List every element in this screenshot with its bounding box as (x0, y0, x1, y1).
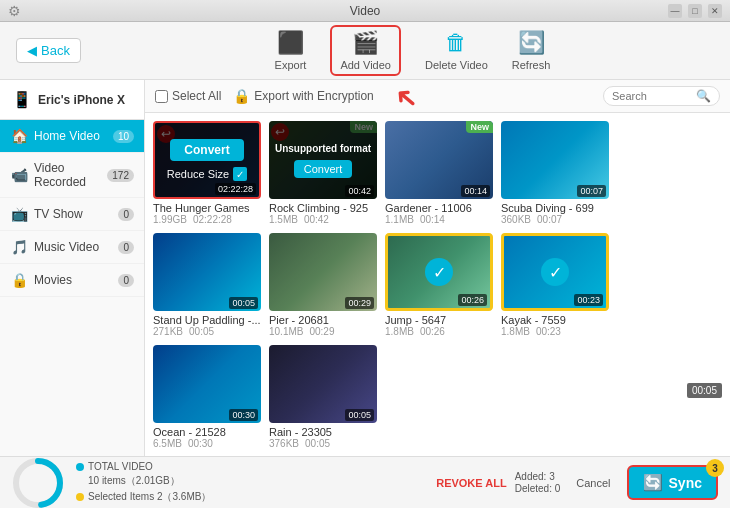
selected-dot (76, 493, 84, 501)
duration-badge: 00:23 (574, 294, 603, 306)
added-deleted-info: Added: 3 Deleted: 0 (515, 471, 561, 494)
video-name: Jump - 5647 (385, 314, 493, 326)
added-count: Added: 3 (515, 471, 561, 482)
bottom-right-duration: 00:05 (687, 383, 722, 398)
select-all-checkbox[interactable] (155, 90, 168, 103)
video-item-kayak[interactable]: ✓00:23 Kayak - 7559 1.8MB 00:23 (501, 233, 609, 337)
video-info: Stand Up Paddling -... 271KB 00:05 (153, 314, 261, 337)
video-name: Pier - 20681 (269, 314, 377, 326)
main-toolbar: ◀ Back ⬛ Export 🎬 Add Video 🗑 Delete Vid… (0, 22, 730, 80)
duration-badge: 00:07 (577, 185, 606, 197)
video-name: Scuba Diving - 699 (501, 202, 609, 214)
duration-badge: 00:30 (229, 409, 258, 421)
video-item-rock-climbing[interactable]: ↩New Unsupported format Convert 00:42 Ro… (269, 121, 377, 225)
total-items-info: 10 items（2.01GB） (88, 474, 180, 488)
sidebar-label-movies: Movies (34, 273, 112, 287)
title-bar: ⚙ Video — □ ✕ (0, 0, 730, 22)
video-size: 1.8MB (501, 326, 530, 337)
video-info: Scuba Diving - 699 360KB 00:07 (501, 202, 609, 225)
export-encryption-button[interactable]: 🔒 Export with Encryption (233, 88, 373, 104)
video-item-rain[interactable]: 00:05 Rain - 23305 376KB 00:05 (269, 345, 377, 449)
search-input[interactable] (612, 90, 692, 102)
video-duration: 00:23 (536, 326, 561, 337)
search-box[interactable]: 🔍 (603, 86, 720, 106)
video-info: The Hunger Games 1.99GB 02:22:28 (153, 202, 261, 225)
close-button[interactable]: ✕ (708, 4, 722, 18)
revoke-all-button[interactable]: REVOKE ALL (436, 477, 507, 489)
reduce-checkbox[interactable]: ✓ (233, 167, 247, 181)
video-meta: 1.99GB 02:22:28 (153, 214, 261, 225)
sidebar-label-home-video: Home Video (34, 129, 107, 143)
video-recorded-icon: 📹 (10, 167, 28, 183)
add-video-button[interactable]: 🎬 Add Video (330, 25, 401, 76)
video-item-hunger-games[interactable]: ↩ Convert Reduce Size ✓ 02:22:28 The Hun… (153, 121, 261, 225)
video-name: Ocean - 21528 (153, 426, 261, 438)
selected-row: Selected Items 2（3.6MB） (76, 490, 211, 504)
video-meta: 10.1MB 00:29 (269, 326, 377, 337)
video-duration: 00:29 (309, 326, 334, 337)
duration-badge: 00:29 (345, 297, 374, 309)
video-info: Ocean - 21528 6.5MB 00:30 (153, 426, 261, 449)
sidebar-item-music-video[interactable]: 🎵 Music Video 0 (0, 231, 144, 264)
video-meta: 1.8MB 00:26 (385, 326, 493, 337)
video-duration: 00:07 (537, 214, 562, 225)
minimize-button[interactable]: — (668, 4, 682, 18)
video-meta: 6.5MB 00:30 (153, 438, 261, 449)
video-duration: 00:14 (420, 214, 445, 225)
sync-icon: 🔄 (643, 473, 663, 492)
sidebar-item-movies[interactable]: 🔒 Movies 0 (0, 264, 144, 297)
main-layout: 📱 Eric's iPhone X 🏠 Home Video 10 📹 Vide… (0, 80, 730, 456)
window-controls: — □ ✕ (668, 4, 722, 18)
duration-badge: 00:26 (458, 294, 487, 306)
refresh-button[interactable]: 🔄 Refresh (512, 30, 551, 71)
video-size: 1.8MB (385, 326, 414, 337)
total-video-row: TOTAL VIDEO (76, 461, 211, 472)
video-meta: 1.8MB 00:23 (501, 326, 609, 337)
total-video-label: TOTAL VIDEO (88, 461, 153, 472)
video-meta: 1.5MB 00:42 (269, 214, 377, 225)
video-item-gardener[interactable]: New00:14 Gardener - 11006 1.1MB 00:14 (385, 121, 493, 225)
video-name: Rain - 23305 (269, 426, 377, 438)
video-item-ocean[interactable]: 00:30 Ocean - 21528 6.5MB 00:30 (153, 345, 261, 449)
video-size: 10.1MB (269, 326, 303, 337)
video-thumbnail: ✓00:26 (385, 233, 493, 311)
video-meta: 271KB 00:05 (153, 326, 261, 337)
video-duration: 00:05 (305, 438, 330, 449)
export-button[interactable]: ⬛ Export (275, 30, 307, 71)
sidebar-item-home-video[interactable]: 🏠 Home Video 10 (0, 120, 144, 153)
gear-icon[interactable]: ⚙ (8, 3, 21, 19)
select-all-control[interactable]: Select All (155, 89, 221, 103)
delete-video-button[interactable]: 🗑 Delete Video (425, 30, 488, 71)
sidebar-item-video-recorded[interactable]: 📹 Video Recorded 172 (0, 153, 144, 198)
convert-button[interactable]: Convert (170, 139, 243, 161)
search-icon: 🔍 (696, 89, 711, 103)
video-item-scuba-diving[interactable]: 00:07 Scuba Diving - 699 360KB 00:07 (501, 121, 609, 225)
back-icon: ◀ (27, 43, 37, 58)
duration-badge: 00:14 (461, 185, 490, 197)
video-info: Jump - 5647 1.8MB 00:26 (385, 314, 493, 337)
video-duration: 00:30 (188, 438, 213, 449)
video-meta: 376KB 00:05 (269, 438, 377, 449)
add-video-icon: 🎬 (352, 30, 379, 56)
convert-unsupported-button[interactable]: Convert (294, 160, 353, 178)
maximize-button[interactable]: □ (688, 4, 702, 18)
revoke-section: REVOKE ALL Added: 3 Deleted: 0 Cancel 🔄 … (436, 465, 718, 500)
video-item-pier[interactable]: 00:29 Pier - 20681 10.1MB 00:29 (269, 233, 377, 337)
back-button[interactable]: ◀ Back (16, 38, 81, 63)
cancel-button[interactable]: Cancel (568, 473, 618, 493)
refresh-icon: 🔄 (518, 30, 545, 56)
video-item-jump[interactable]: ✓00:26 Jump - 5647 1.8MB 00:26 (385, 233, 493, 337)
toolbar-actions: ⬛ Export 🎬 Add Video 🗑 Delete Video 🔄 Re… (111, 25, 714, 76)
video-thumbnail: 00:05 (269, 345, 377, 423)
sidebar-label-tv-show: TV Show (34, 207, 112, 221)
bottom-bar: Free 9.40 GB TOTAL VIDEO 10 items（2.01GB… (0, 456, 730, 508)
video-info: Pier - 20681 10.1MB 00:29 (269, 314, 377, 337)
content-toolbar: Select All 🔒 Export with Encryption 🔍 (145, 80, 730, 113)
video-meta: 360KB 00:07 (501, 214, 609, 225)
sync-button[interactable]: 🔄 Sync 3 (627, 465, 718, 500)
sidebar-item-tv-show[interactable]: 📺 TV Show 0 (0, 198, 144, 231)
sidebar-label-music-video: Music Video (34, 240, 112, 254)
sync-badge: 3 (706, 459, 724, 477)
video-item-standup-paddling[interactable]: 00:05 Stand Up Paddling -... 271KB 00:05 (153, 233, 261, 337)
video-size: 1.99GB (153, 214, 187, 225)
